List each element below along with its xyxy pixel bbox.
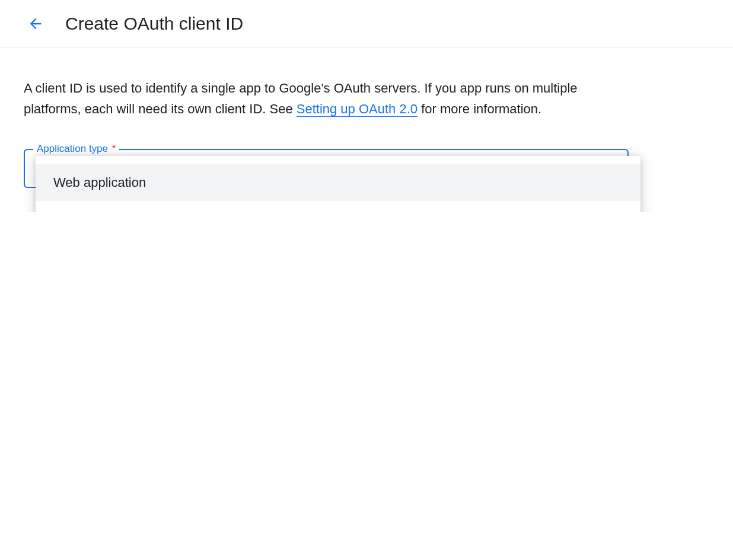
description-text: A client ID is used to identify a single…	[24, 78, 629, 119]
application-type-select-container: Application type * Web applicationAndroi…	[24, 149, 629, 188]
arrow-left-icon	[27, 15, 44, 32]
select-label-text: Application type	[37, 143, 108, 154]
back-button[interactable]	[24, 12, 47, 36]
dropdown-option-web-application[interactable]: Web application	[36, 164, 640, 201]
dropdown-option-android[interactable]: Android	[36, 201, 640, 212]
required-indicator: *	[112, 143, 116, 154]
content-area: A client ID is used to identify a single…	[0, 48, 652, 212]
application-type-dropdown: Web applicationAndroidChrome appiOSTVs a…	[36, 156, 640, 212]
select-label: Application type *	[33, 143, 119, 155]
page-title: Create OAuth client ID	[65, 14, 243, 34]
page-header: Create OAuth client ID	[0, 0, 733, 48]
setup-oauth-link[interactable]: Setting up OAuth 2.0	[297, 101, 418, 117]
description-after: for more information.	[418, 101, 541, 116]
